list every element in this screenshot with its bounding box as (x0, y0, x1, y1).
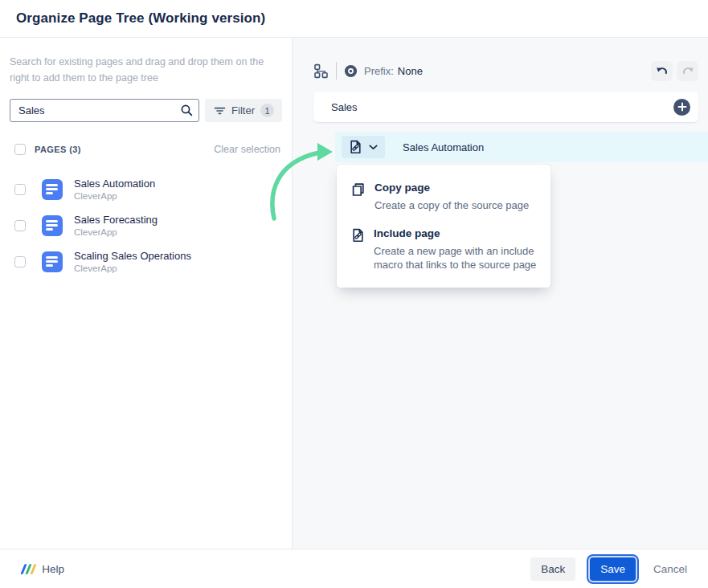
prefix-visibility-icon[interactable] (344, 64, 358, 78)
document-icon (42, 215, 63, 236)
menu-item-description: Create a copy of the source page (374, 198, 529, 212)
cancel-button[interactable]: Cancel (650, 557, 690, 581)
undo-button[interactable] (651, 61, 673, 81)
select-all-checkbox[interactable] (14, 144, 26, 155)
page-item-app: CleverApp (74, 227, 158, 237)
search-panel: Search for existing pages and drag and d… (0, 38, 293, 549)
page-checkbox[interactable] (14, 220, 26, 231)
vendor-logo-icon (23, 564, 35, 574)
filter-button[interactable]: Filter 1 (205, 99, 282, 122)
page-type-dropdown[interactable] (342, 136, 385, 158)
dialog-header: Organize Page Tree (Working version) (0, 0, 708, 38)
page-checkbox[interactable] (14, 256, 26, 267)
add-page-button[interactable] (673, 99, 690, 116)
toolbar-divider (336, 62, 337, 80)
document-icon (42, 251, 63, 272)
document-icon (42, 179, 63, 200)
copy-icon (351, 182, 366, 198)
list-item[interactable]: Sales Automation CleverApp (10, 178, 282, 201)
tree-row-title: Sales Automation (403, 141, 484, 153)
search-box (10, 99, 199, 122)
page-item-title: Sales Forecasting (74, 214, 158, 226)
page-tree-panel: Prefix: None Sales (293, 38, 708, 549)
page-type-menu: Copy page Create a copy of the source pa… (337, 165, 550, 288)
redo-icon (681, 65, 694, 76)
page-item-title: Scaling Sales Operations (74, 250, 191, 262)
menu-item-title: Copy page (374, 182, 529, 194)
redo-button[interactable] (677, 61, 698, 81)
search-helper-text: Search for existing pages and drag and d… (10, 54, 282, 86)
help-link[interactable]: Help (23, 563, 64, 575)
save-button[interactable]: Save (590, 557, 636, 581)
search-input[interactable] (10, 99, 199, 122)
search-icon (180, 104, 194, 117)
tree-root-title: Sales (331, 101, 358, 113)
pages-list-header: PAGES (3) Clear selection (10, 144, 282, 155)
filter-label: Filter (231, 104, 255, 116)
clear-selection-link[interactable]: Clear selection (214, 144, 280, 155)
back-button[interactable]: Back (530, 557, 575, 581)
dialog-footer: Help Back Save Cancel (0, 549, 708, 588)
list-item[interactable]: Scaling Sales Operations CleverApp (10, 250, 282, 273)
pages-count-label: PAGES (3) (35, 145, 81, 154)
include-page-icon (349, 140, 362, 154)
prefix-label: Prefix: (364, 65, 394, 77)
page-item-app: CleverApp (74, 263, 191, 273)
filter-icon (214, 105, 226, 116)
include-page-icon (351, 228, 365, 243)
tree-row-selected[interactable]: Sales Automation (335, 132, 708, 162)
menu-item-copy-page[interactable]: Copy page Create a copy of the source pa… (337, 174, 550, 219)
menu-item-description: Create a new page with an include macro … (374, 244, 538, 272)
undo-icon (656, 65, 669, 76)
menu-item-include-page[interactable]: Include page Create a new page with an i… (337, 219, 550, 279)
page-checkbox[interactable] (14, 184, 26, 195)
prefix-value[interactable]: None (398, 65, 423, 77)
tree-toolbar: Prefix: None (313, 61, 698, 80)
page-tree-icon[interactable] (313, 63, 329, 79)
pages-list: Sales Automation CleverApp Sales Forecas… (10, 178, 282, 273)
help-label: Help (42, 563, 64, 575)
page-item-title: Sales Automation (74, 178, 155, 190)
menu-item-title: Include page (374, 227, 538, 239)
page-title: Organize Page Tree (Working version) (16, 10, 265, 27)
chevron-down-icon (369, 145, 378, 150)
filter-count-badge: 1 (260, 104, 274, 117)
list-item[interactable]: Sales Forecasting CleverApp (10, 214, 282, 237)
page-item-app: CleverApp (74, 191, 155, 201)
tree-root-row[interactable]: Sales (313, 92, 698, 122)
organize-page-tree-dialog: Organize Page Tree (Working version) Sea… (0, 0, 708, 588)
